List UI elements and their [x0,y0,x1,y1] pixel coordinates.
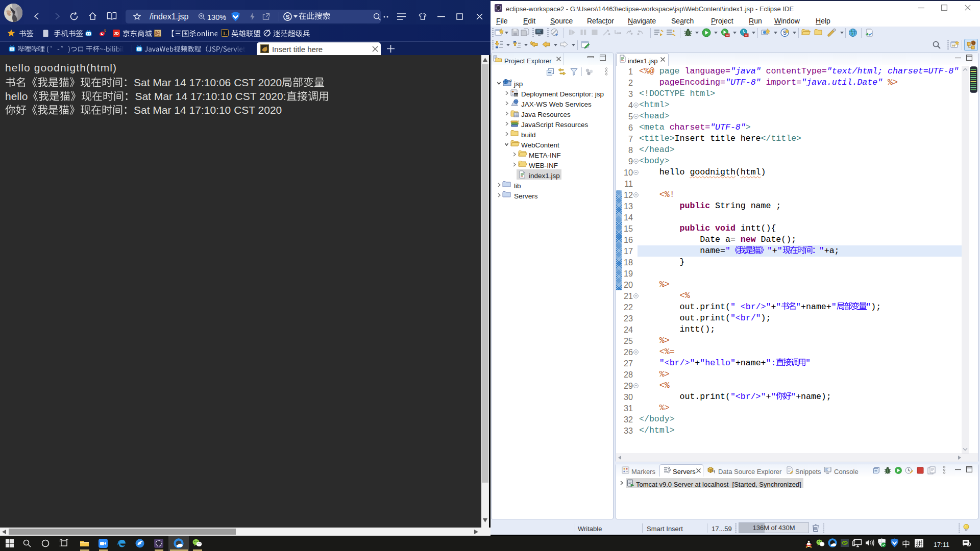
svg-text:J: J [509,79,512,83]
svg-text:S: S [286,14,290,20]
svg-text:L: L [223,31,227,36]
svg-text:3.0: 3.0 [514,93,518,96]
svg-text:JD: JD [114,31,119,36]
